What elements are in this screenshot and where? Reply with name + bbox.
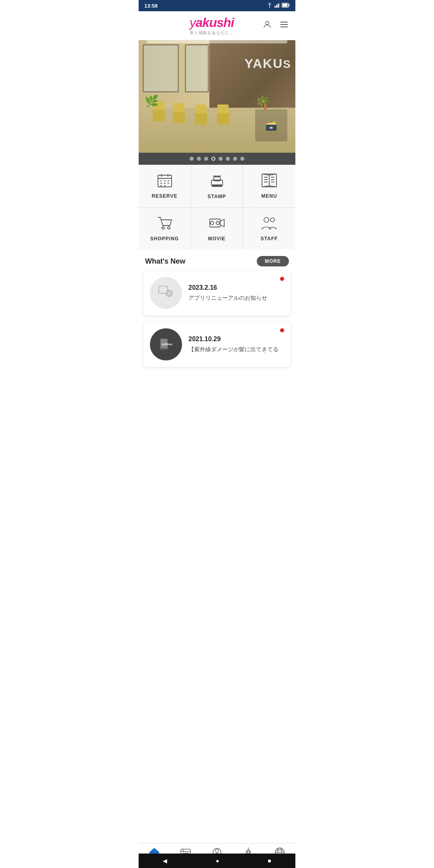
svg-point-40 — [216, 221, 219, 225]
carousel-dots — [139, 153, 295, 165]
hamburger-menu-icon[interactable] — [279, 20, 289, 32]
svg-point-0 — [269, 7, 270, 8]
svg-rect-7 — [283, 4, 288, 7]
dot-6[interactable] — [226, 157, 230, 161]
menu-item-stamp[interactable]: STAMP — [191, 165, 243, 207]
news-thumb-1 — [150, 277, 182, 309]
staff-label: STAFF — [261, 236, 278, 242]
signal-icon — [274, 2, 280, 9]
wifi-icon — [266, 2, 273, 9]
news-text-1: アプリリニューアルのお知らせ — [188, 294, 284, 302]
news-thumb-2: milbon — [150, 328, 182, 360]
news-unread-dot-1 — [280, 277, 284, 281]
svg-point-8 — [266, 21, 269, 25]
menu-item-shopping[interactable]: SHOPPING — [139, 208, 191, 250]
news-image-2: milbon — [158, 335, 174, 354]
logo-subtitle: 美と感動をあなたに… — [190, 30, 234, 36]
whats-new-section: What's New MORE — [139, 250, 295, 270]
dot-2[interactable] — [197, 157, 201, 161]
whats-new-title: What's New — [145, 257, 185, 266]
svg-point-42 — [270, 218, 274, 222]
menu-item-menu[interactable]: MENU — [243, 165, 295, 207]
menu-item-movie[interactable]: MOVIE — [191, 208, 243, 250]
menu-item-reserve[interactable]: RESERVE — [139, 165, 191, 207]
logo-text: yakushi — [190, 15, 234, 30]
news-content-2: 2021.10.29 【紫外線ダメージが髪に出てきてる — [188, 336, 284, 354]
app-logo: yakushi 美と感動をあなたに… — [190, 15, 234, 36]
dot-3[interactable] — [204, 157, 208, 161]
status-icons — [266, 2, 290, 9]
menu-label: MENU — [261, 193, 277, 199]
more-button[interactable]: MORE — [257, 256, 289, 266]
svg-rect-2 — [276, 5, 277, 8]
svg-point-39 — [211, 221, 214, 225]
news-text-2: 【紫外線ダメージが髪に出てきてる — [188, 345, 284, 354]
svg-rect-1 — [274, 6, 276, 8]
svg-point-36 — [162, 227, 164, 229]
hero-banner: 🌿 🌴 YAKUS 🗃️ — [139, 40, 295, 153]
staff-icon — [260, 216, 278, 233]
movie-label: MOVIE — [208, 236, 226, 242]
svg-rect-6 — [289, 4, 290, 6]
svg-rect-4 — [279, 3, 280, 8]
svg-point-37 — [168, 227, 170, 229]
news-image-placeholder-1 — [158, 285, 174, 302]
svg-rect-3 — [278, 4, 279, 8]
stamp-label: STAMP — [207, 194, 226, 199]
menu-book-icon — [261, 173, 277, 190]
shopping-label: SHOPPING — [150, 236, 179, 242]
status-time: 13:58 — [144, 3, 158, 9]
salon-sign: YAKUS — [245, 56, 291, 71]
status-bar: 13:58 — [139, 0, 295, 11]
dot-4[interactable] — [211, 157, 215, 161]
reserve-label: RESERVE — [151, 193, 177, 199]
news-date-1: 2023.2.16 — [188, 284, 284, 291]
header-actions — [262, 20, 289, 32]
news-card-2[interactable]: milbon 2021.10.29 【紫外線ダメージが髪に出てきてる — [143, 322, 291, 367]
stamp-icon — [210, 173, 224, 190]
dot-5[interactable] — [219, 157, 223, 161]
profile-icon[interactable] — [262, 20, 272, 32]
movie-camera-icon — [209, 216, 225, 233]
news-content-1: 2023.2.16 アプリリニューアルのお知らせ — [188, 284, 284, 302]
grid-menu-row1: RESERVE STAMP — [139, 165, 295, 208]
dot-1[interactable] — [190, 157, 194, 161]
menu-item-staff[interactable]: STAFF — [243, 208, 295, 250]
svg-text:milbon: milbon — [162, 342, 172, 346]
svg-point-41 — [264, 217, 269, 222]
dot-8[interactable] — [240, 157, 244, 161]
news-date-2: 2021.10.29 — [188, 336, 284, 343]
app-header: yakushi 美と感動をあなたに… — [139, 11, 295, 40]
battery-icon — [282, 2, 290, 9]
svg-rect-38 — [210, 219, 220, 227]
main-content: What's New MORE 2023.2.16 アプリリニューアルのお知らせ — [139, 250, 295, 422]
shopping-cart-icon — [157, 216, 172, 233]
dot-7[interactable] — [233, 157, 237, 161]
news-unread-dot-2 — [280, 328, 284, 332]
grid-menu-row2: SHOPPING MOVIE STAFF — [139, 208, 295, 250]
reserve-icon — [157, 173, 172, 190]
news-card-1[interactable]: 2023.2.16 アプリリニューアルのお知らせ — [143, 270, 291, 315]
